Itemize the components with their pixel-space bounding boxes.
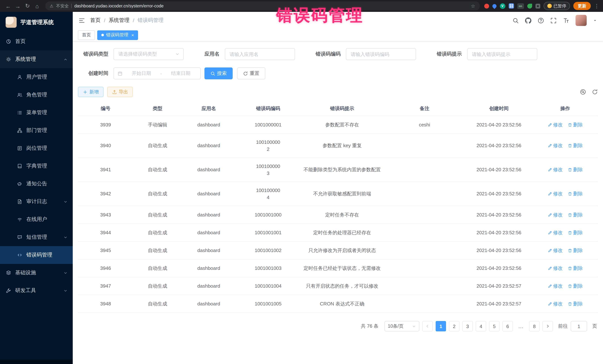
emoji-face-icon: [547, 4, 552, 8]
on-badge-extension-icon[interactable]: on: [517, 3, 524, 9]
delete-link[interactable]: 删除: [568, 142, 583, 149]
cell-code: 1001000001: [236, 116, 301, 133]
delete-link[interactable]: 删除: [568, 166, 583, 174]
prev-page-button[interactable]: [422, 321, 433, 331]
sidebar-item-0[interactable]: 首页: [0, 33, 73, 50]
tab-0[interactable]: 首页: [78, 30, 95, 40]
create-time-range-picker[interactable]: 开始日期 - 结束日期: [114, 67, 201, 79]
help-icon[interactable]: [538, 17, 544, 23]
delete-link[interactable]: 删除: [568, 121, 583, 128]
search-icon[interactable]: [512, 17, 519, 23]
goto-page-input[interactable]: [571, 321, 587, 331]
bookmark-star-icon[interactable]: ☆: [471, 3, 475, 9]
pinned-extension-icon[interactable]: [535, 3, 540, 8]
toggle-search-icon[interactable]: [580, 89, 586, 95]
sidebar-item-11[interactable]: 短信管理: [0, 228, 73, 246]
avatar-caret-icon[interactable]: [593, 18, 597, 22]
tab-close-icon[interactable]: ×: [131, 33, 134, 38]
page-button-8[interactable]: 8: [529, 321, 540, 331]
sidebar-item-1[interactable]: 系统管理: [0, 50, 73, 68]
delete-link[interactable]: 删除: [568, 282, 583, 290]
sidebar-item-4[interactable]: 菜单管理: [0, 104, 73, 121]
table-row: 3945自动生成dashboard1001001002只允许修改为开启或者关闭状…: [78, 242, 598, 259]
trash-icon: [568, 213, 572, 217]
next-page-button[interactable]: [543, 321, 553, 331]
page-button-2[interactable]: 2: [449, 321, 459, 331]
sidebar-item-7[interactable]: 字典管理: [0, 157, 73, 175]
breadcrumb-separator: /: [104, 17, 105, 23]
sidebar-item-9[interactable]: 审计日志: [0, 193, 73, 210]
page-button-1[interactable]: 1: [436, 321, 446, 331]
refresh-table-icon[interactable]: [592, 89, 598, 95]
sidebar-item-12[interactable]: 错误码管理: [0, 246, 73, 264]
sidebar-item-5[interactable]: 部门管理: [0, 121, 73, 139]
tab-1[interactable]: 错误码管理×: [97, 30, 138, 40]
font-size-icon[interactable]: [563, 17, 569, 23]
reset-button[interactable]: 重置: [237, 67, 265, 79]
edit-link[interactable]: 修改: [547, 229, 563, 236]
goto-label: 前往: [558, 323, 568, 330]
edit-link[interactable]: 修改: [547, 211, 563, 219]
edit-link[interactable]: 修改: [547, 190, 563, 198]
sidebar-item-13[interactable]: 基础设施: [0, 264, 73, 282]
cell-ops: 修改删除: [533, 158, 598, 182]
github-icon[interactable]: [525, 17, 531, 23]
record-extension-icon[interactable]: [484, 3, 489, 8]
sidebar-item-14[interactable]: 研发工具: [0, 282, 73, 299]
page-button-5[interactable]: 5: [489, 321, 499, 331]
leaf-extension-icon[interactable]: [527, 3, 532, 8]
error-type-select[interactable]: 请选择错误码类型: [114, 48, 184, 60]
sidebar-collapse-bar[interactable]: [0, 360, 73, 364]
sidebar-item-3[interactable]: 角色管理: [0, 86, 73, 104]
page-button-4[interactable]: 4: [476, 321, 486, 331]
error-code-input[interactable]: [346, 48, 416, 60]
edit-link[interactable]: 修改: [547, 300, 563, 308]
edit-link[interactable]: 修改: [547, 247, 563, 254]
sidebar-item-2[interactable]: 用户管理: [0, 68, 73, 86]
edit-link[interactable]: 修改: [547, 265, 563, 272]
app-name-input[interactable]: [225, 48, 295, 60]
browser-menu-icon[interactable]: ⋮: [594, 1, 599, 10]
reload-icon[interactable]: ↻: [23, 1, 32, 10]
add-button[interactable]: 新增: [78, 87, 104, 97]
browser-update-button[interactable]: 更新: [573, 2, 591, 10]
delete-link[interactable]: 删除: [568, 229, 583, 236]
delete-link[interactable]: 删除: [568, 190, 583, 198]
menu-fold-icon[interactable]: [79, 17, 85, 23]
user-avatar[interactable]: [576, 15, 587, 26]
cell-hint: 参数配置 key 重复: [301, 134, 384, 157]
page-size-select[interactable]: 10条/页: [384, 321, 419, 331]
page-button-3[interactable]: 3: [462, 321, 473, 331]
breadcrumb-item[interactable]: 首页: [90, 17, 101, 24]
search-button[interactable]: 搜索: [204, 67, 233, 79]
page-button-6[interactable]: 6: [502, 321, 513, 331]
breadcrumb-item[interactable]: 系统管理: [109, 17, 129, 24]
edit-link[interactable]: 修改: [547, 282, 563, 290]
sidebar-item-10[interactable]: 在线用户: [0, 210, 73, 228]
edit-link[interactable]: 修改: [547, 166, 563, 174]
sidebar-item-6[interactable]: 岗位管理: [0, 139, 73, 157]
export-button[interactable]: 导出: [107, 87, 133, 97]
grid-extension-icon[interactable]: [509, 3, 514, 9]
sidebar-item-8[interactable]: 通知公告: [0, 175, 73, 193]
tab-label: 首页: [82, 32, 91, 38]
fullscreen-icon[interactable]: [550, 17, 557, 23]
error-hint-input[interactable]: [467, 48, 537, 60]
address-bar[interactable]: ⚠ 不安全 dashboard.yudao.iocoder.cn/system/…: [45, 1, 480, 10]
more-pages-button[interactable]: ...: [516, 321, 526, 331]
export-button-label: 导出: [119, 89, 128, 95]
delete-link[interactable]: 删除: [568, 265, 583, 272]
delete-link[interactable]: 删除: [568, 300, 583, 308]
back-icon[interactable]: ←: [4, 1, 13, 10]
paused-badge[interactable]: 已暂停: [544, 2, 570, 10]
edit-link[interactable]: 修改: [547, 121, 563, 128]
home-icon[interactable]: ⌂: [33, 1, 42, 10]
drop-extension-icon[interactable]: [491, 3, 497, 9]
edit-link[interactable]: 修改: [547, 142, 563, 149]
delete-link[interactable]: 删除: [568, 211, 583, 219]
sidebar-item-label: 部门管理: [26, 127, 47, 134]
logo[interactable]: 芋道管理系统: [0, 12, 73, 33]
forward-icon[interactable]: →: [13, 1, 22, 10]
v-extension-icon[interactable]: V: [500, 3, 505, 9]
delete-link[interactable]: 删除: [568, 247, 583, 254]
